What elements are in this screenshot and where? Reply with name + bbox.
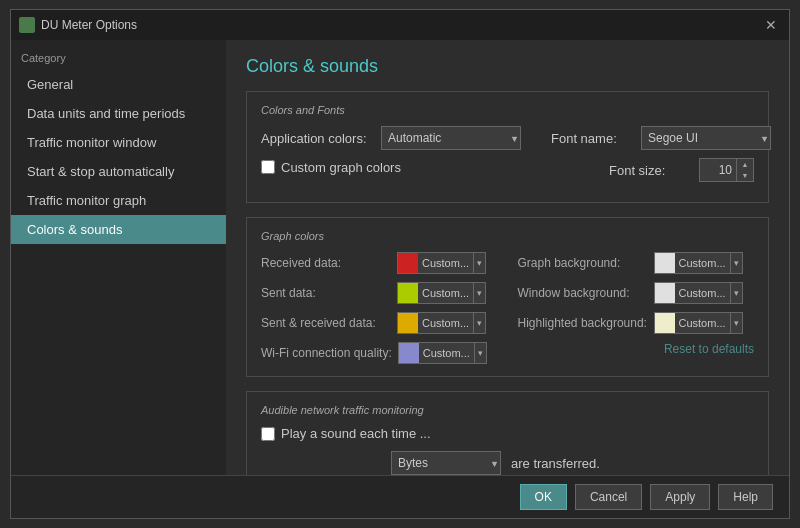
app-colors-label: Application colors: <box>261 131 371 146</box>
wifi-dropdown-icon: ▾ <box>474 343 486 363</box>
window-bg-swatch <box>655 283 675 303</box>
font-size-spinbox[interactable]: ▲ ▼ <box>699 158 754 182</box>
footer: OK Cancel Apply Help <box>11 475 789 518</box>
sidebar-item-traffic-window[interactable]: Traffic monitor window <box>11 128 226 157</box>
bg-color-text: Custom... <box>675 257 730 269</box>
window-bg-row: Window background: Custom... ▾ <box>518 282 755 304</box>
sidebar-item-general[interactable]: General <box>11 70 226 99</box>
bg-row: Graph background: Custom... ▾ <box>518 252 755 274</box>
sent-color-btn[interactable]: Custom... ▾ <box>397 282 486 304</box>
wifi-color-btn[interactable]: Custom... ▾ <box>398 342 487 364</box>
help-button[interactable]: Help <box>718 484 773 510</box>
window-bg-dropdown-icon: ▾ <box>730 283 742 303</box>
play-sound-checkbox[interactable] <box>261 427 275 441</box>
graph-colors-label: Graph colors <box>261 230 754 242</box>
cancel-button[interactable]: Cancel <box>575 484 642 510</box>
sidebar: Category General Data units and time per… <box>11 40 226 475</box>
received-color-text: Custom... <box>418 257 473 269</box>
font-name-wrapper: Segoe UI ▾ <box>641 126 771 150</box>
sent-received-dropdown-icon: ▾ <box>473 313 485 333</box>
spinbox-up[interactable]: ▲ <box>737 159 753 170</box>
window-bg-color-btn[interactable]: Custom... ▾ <box>654 282 743 304</box>
app-colors-select[interactable]: Automatic Light Dark <box>381 126 521 150</box>
graph-colors-section: Graph colors Received data: Custom... ▾ <box>246 217 769 377</box>
options-window: DU Meter Options ✕ Category General Data… <box>10 9 790 519</box>
content-area: Category General Data units and time per… <box>11 40 789 475</box>
play-sound-label[interactable]: Play a sound each time ... <box>281 426 431 441</box>
received-row: Received data: Custom... ▾ <box>261 252 498 274</box>
graph-colors-right: Graph background: Custom... ▾ Window bac… <box>518 252 755 364</box>
sidebar-item-start-stop[interactable]: Start & stop automatically <box>11 157 226 186</box>
close-button[interactable]: ✕ <box>761 15 781 35</box>
are-transferred-label: are transferred. <box>511 456 600 471</box>
graph-colors-grid: Received data: Custom... ▾ Sent data: <box>261 252 754 364</box>
font-size-label: Font size: <box>609 163 689 178</box>
wifi-row: Wi-Fi connection quality: Custom... ▾ <box>261 342 498 364</box>
reset-container: Reset to defaults <box>518 342 755 356</box>
window-bg-label: Window background: <box>518 286 648 300</box>
titlebar: DU Meter Options ✕ <box>11 10 789 40</box>
app-icon <box>19 17 35 33</box>
received-dropdown-icon: ▾ <box>473 253 485 273</box>
colors-fonts-section: Colors and Fonts Application colors: Aut… <box>246 91 769 203</box>
wifi-color-text: Custom... <box>419 347 474 359</box>
sidebar-item-traffic-graph[interactable]: Traffic monitor graph <box>11 186 226 215</box>
highlighted-label: Highlighted background: <box>518 316 648 330</box>
custom-graph-row: Custom graph colors Font size: ▲ ▼ <box>261 158 754 182</box>
sent-received-swatch <box>398 313 418 333</box>
bytes-row: Bytes KB MB GB ▾ are transferred. <box>261 451 754 475</box>
titlebar-title: DU Meter Options <box>19 17 137 33</box>
spinbox-buttons: ▲ ▼ <box>736 159 753 181</box>
received-swatch <box>398 253 418 273</box>
font-size-input[interactable] <box>700 161 736 179</box>
bg-swatch <box>655 253 675 273</box>
sent-swatch <box>398 283 418 303</box>
sent-received-color-btn[interactable]: Custom... ▾ <box>397 312 486 334</box>
bg-label: Graph background: <box>518 256 648 270</box>
bytes-select[interactable]: Bytes KB MB GB <box>391 451 501 475</box>
custom-graph-checkbox[interactable] <box>261 160 275 174</box>
window-bg-color-text: Custom... <box>675 287 730 299</box>
page-title: Colors & sounds <box>246 56 769 77</box>
custom-graph-label[interactable]: Custom graph colors <box>281 160 401 175</box>
font-name-label: Font name: <box>551 131 631 146</box>
play-sound-row: Play a sound each time ... <box>261 426 754 441</box>
bg-color-btn[interactable]: Custom... ▾ <box>654 252 743 274</box>
app-colors-wrapper: Automatic Light Dark ▾ <box>381 126 521 150</box>
ok-button[interactable]: OK <box>520 484 567 510</box>
audible-label: Audible network traffic monitoring <box>261 404 754 416</box>
wifi-swatch <box>399 343 419 363</box>
sent-label: Sent data: <box>261 286 391 300</box>
sidebar-category-label: Category <box>11 48 226 70</box>
bytes-wrapper: Bytes KB MB GB ▾ <box>391 451 501 475</box>
received-label: Received data: <box>261 256 391 270</box>
sent-row: Sent data: Custom... ▾ <box>261 282 498 304</box>
apply-button[interactable]: Apply <box>650 484 710 510</box>
sent-color-text: Custom... <box>418 287 473 299</box>
sidebar-item-data-units[interactable]: Data units and time periods <box>11 99 226 128</box>
highlighted-row: Highlighted background: Custom... ▾ <box>518 312 755 334</box>
received-color-btn[interactable]: Custom... ▾ <box>397 252 486 274</box>
sent-received-row: Sent & received data: Custom... ▾ <box>261 312 498 334</box>
app-colors-row: Application colors: Automatic Light Dark… <box>261 126 754 150</box>
sent-dropdown-icon: ▾ <box>473 283 485 303</box>
window-title: DU Meter Options <box>41 18 137 32</box>
spinbox-down[interactable]: ▼ <box>737 170 753 181</box>
highlighted-color-text: Custom... <box>675 317 730 329</box>
sidebar-item-colors-sounds[interactable]: Colors & sounds <box>11 215 226 244</box>
sent-received-label: Sent & received data: <box>261 316 391 330</box>
font-name-select[interactable]: Segoe UI <box>641 126 771 150</box>
bg-dropdown-icon: ▾ <box>730 253 742 273</box>
custom-graph-checkbox-row: Custom graph colors <box>261 160 401 175</box>
highlighted-swatch <box>655 313 675 333</box>
highlighted-color-btn[interactable]: Custom... ▾ <box>654 312 743 334</box>
reset-defaults-link[interactable]: Reset to defaults <box>518 342 755 356</box>
graph-colors-left: Received data: Custom... ▾ Sent data: <box>261 252 498 364</box>
main-panel: Colors & sounds Colors and Fonts Applica… <box>226 40 789 475</box>
sent-received-color-text: Custom... <box>418 317 473 329</box>
colors-fonts-label: Colors and Fonts <box>261 104 754 116</box>
wifi-label: Wi-Fi connection quality: <box>261 346 392 360</box>
audible-section: Audible network traffic monitoring Play … <box>246 391 769 475</box>
highlighted-dropdown-icon: ▾ <box>730 313 742 333</box>
